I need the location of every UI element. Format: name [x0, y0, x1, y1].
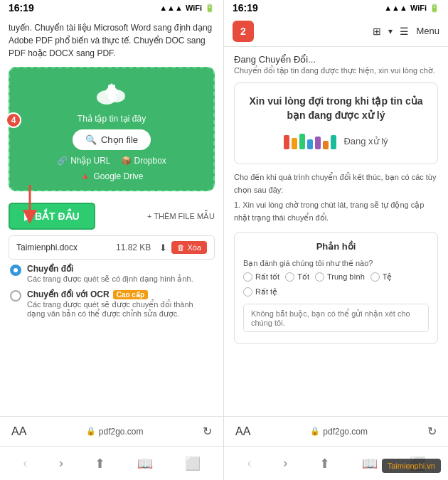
radio-circle-2[interactable] [10, 290, 21, 302]
bar-6 [323, 141, 329, 149]
rating-radio-4[interactable] [370, 272, 380, 282]
app-logo: 2 [233, 21, 254, 42]
left-tabs-button[interactable]: ⬜ [185, 456, 201, 471]
dropbox-link-label: Dropbox [134, 156, 166, 166]
delete-button[interactable]: 🗑 Xóa [171, 241, 207, 254]
bar-4 [307, 139, 313, 149]
grid-icon[interactable]: ⊞ [373, 26, 381, 37]
feedback-section: Phản hồi Bạn đánh giá chúng tôi như thế … [234, 232, 438, 344]
feedback-title: Phản hồi [243, 241, 429, 252]
radio-circle-1[interactable] [10, 265, 21, 276]
app-logo-text: 2 [240, 26, 246, 37]
upload-box[interactable]: 4 Thả tập tin tại đây 🔍 Chọ [9, 67, 215, 191]
bar-5 [315, 137, 321, 149]
rating-option-3[interactable]: Trung bình [315, 272, 365, 282]
watermark-brand: Taimienphi [388, 462, 425, 470]
right-font-size-label[interactable]: AA [235, 425, 250, 438]
left-status-icons: ▲▲▲ WiFi 🔋 [159, 4, 215, 13]
left-share-button[interactable]: ⬆ [95, 456, 105, 471]
header-controls: ⊞ ▾ ☰ Menu [373, 26, 439, 37]
svg-marker-6 [23, 210, 37, 224]
rating-option-1[interactable]: Rất tốt [243, 272, 279, 282]
rating-option-2[interactable]: Tốt [285, 272, 309, 282]
right-status-bar: 16:19 ▲▲▲ WiFi 🔋 [224, 0, 448, 16]
left-back-button[interactable]: ‹ [23, 456, 27, 471]
feedback-textarea[interactable] [243, 304, 429, 332]
radio-desc-2: Các trang được quét sẽ được chuyển đổi t… [27, 300, 213, 319]
rating-radio-2[interactable] [285, 272, 294, 282]
upload-label: Thả tập tin tại đây [78, 114, 146, 124]
left-forward-button[interactable]: › [59, 456, 63, 471]
converting-desc: Chuyển đổi tập tin đang được thực hiện, … [234, 66, 438, 75]
add-sample-button[interactable]: + THÊM FILE MẪU [147, 212, 215, 221]
rating-label-2: Tốt [297, 272, 309, 282]
bar-2 [292, 138, 297, 149]
file-row: Taimienphi.docx 11.82 KB ⬇ 🗑 Xóa [9, 235, 215, 260]
left-browser-nav: ‹ › ⬆ 📖 ⬜ [0, 446, 223, 480]
radio-desc-1: Các trang được quét sẽ có định dạng hình… [27, 274, 193, 284]
watermark-tld: .vn [425, 462, 435, 470]
chevron-down-icon[interactable]: ▾ [388, 26, 393, 36]
signal-icon: ▲▲▲ [159, 4, 183, 12]
bar-7 [331, 135, 336, 149]
premium-badge: Cao cấp [113, 290, 148, 299]
feedback-question: Bạn đánh giá chúng tôi như thế nào? [243, 259, 429, 268]
radio-label-1: Chuyển đổi [27, 264, 193, 274]
left-content: tuyến. Chuyển tài liệu Microsoft Word sa… [0, 16, 223, 416]
right-url-text: pdf2go.com [323, 427, 368, 437]
file-size: 11.82 KB [116, 242, 151, 252]
info-item: 1. Xin vui lòng chờ trong chút lát, tran… [234, 199, 438, 224]
intro-text: tuyến. Chuyển tài liệu Microsoft Word sa… [9, 21, 215, 60]
left-bookmarks-button[interactable]: 📖 [137, 456, 153, 471]
left-time: 16:19 [9, 2, 34, 14]
choose-file-button[interactable]: 🔍 Chọn file [73, 129, 151, 150]
hamburger-icon[interactable]: ☰ [400, 26, 409, 37]
right-signal-icon: ▲▲▲ [384, 4, 407, 12]
right-header: 2 ⊞ ▾ ☰ Menu [224, 16, 448, 47]
rating-option-5[interactable]: Rất tệ [243, 287, 277, 297]
rating-label-3: Trung bình [327, 272, 365, 281]
bar-3 [299, 134, 305, 149]
menu-label[interactable]: Menu [416, 26, 439, 36]
right-bookmarks-button[interactable]: 📖 [362, 456, 378, 471]
file-name: Taimienphi.docx [16, 242, 78, 252]
rating-radio-3[interactable] [315, 272, 324, 282]
radio-option-1[interactable]: Chuyển đổi Các trang được quét sẽ có địn… [10, 264, 213, 284]
rating-label-4: Tệ [383, 272, 393, 282]
rating-option-4[interactable]: Tệ [370, 272, 393, 282]
dropbox-link[interactable]: 📦 Dropbox [121, 156, 166, 166]
left-status-bar: 16:19 ▲▲▲ WiFi 🔋 [0, 0, 223, 16]
arrow-indicator [16, 185, 44, 227]
link-icon: 🔗 [57, 156, 68, 166]
wait-box: Xin vui lòng đợi trong khi tập tin của b… [234, 82, 438, 164]
right-battery-icon: 🔋 [430, 4, 439, 13]
info-text: Cho đến khi quá trình chuyển đổi kết thú… [234, 171, 438, 196]
left-url-text: pdf2go.com [99, 427, 144, 437]
right-url-bar[interactable]: 🔒 pdf2go.com [310, 427, 368, 437]
color-bars [284, 132, 336, 149]
left-bottom-bar: AA 🔒 pdf2go.com ↻ [0, 416, 223, 446]
right-share-button[interactable]: ⬆ [319, 456, 330, 471]
rating-radio-1[interactable] [243, 272, 252, 282]
converting-title: Đang Chuyển Đổi... [234, 54, 438, 65]
step-badge: 4 [6, 112, 21, 128]
right-lock-icon: 🔒 [310, 427, 320, 436]
right-back-button[interactable]: ‹ [247, 456, 251, 471]
right-reload-button[interactable]: ↻ [427, 425, 437, 438]
left-font-size-label[interactable]: AA [11, 425, 26, 438]
info-section: Cho đến khi quá trình chuyển đổi kết thú… [234, 171, 438, 224]
processing-text: Đang xử lý [343, 136, 388, 146]
rating-radio-5[interactable] [243, 287, 252, 297]
right-forward-button[interactable]: › [283, 456, 287, 471]
dropbox-icon: 📦 [121, 156, 132, 166]
search-icon: 🔍 [85, 134, 97, 145]
right-content: Đang Chuyển Đổi... Chuyển đổi tập tin đa… [224, 47, 448, 416]
left-reload-button[interactable]: ↻ [203, 425, 212, 438]
left-panel: 16:19 ▲▲▲ WiFi 🔋 tuyến. Chuyển tài liệu … [0, 0, 224, 480]
left-url-bar[interactable]: 🔒 pdf2go.com [86, 427, 144, 437]
radio-option-2[interactable]: Chuyển đổi với OCR Cao cấp Các trang đượ… [10, 289, 213, 319]
right-bottom-bar: AA 🔒 pdf2go.com ↻ [224, 416, 448, 446]
google-drive-link[interactable]: 🔺 Google Drive [80, 171, 143, 181]
wait-title: Xin vui lòng đợi trong khi tập tin của b… [245, 95, 427, 122]
url-link[interactable]: 🔗 Nhập URL [57, 156, 110, 166]
